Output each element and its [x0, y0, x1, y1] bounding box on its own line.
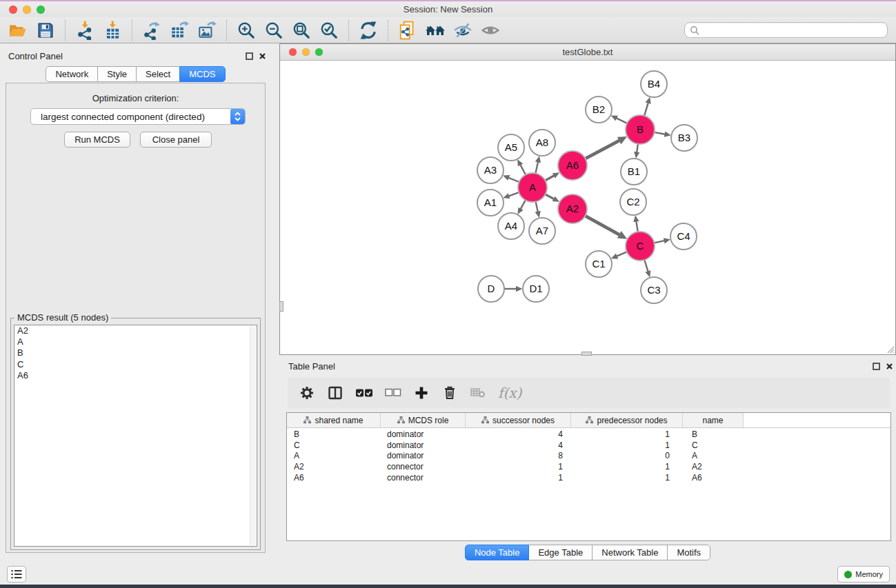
mcds-result-item[interactable]: A: [14, 336, 257, 347]
memory-button[interactable]: Memory: [837, 566, 890, 582]
mcds-result-item[interactable]: C: [14, 359, 257, 370]
new-network-from-selection-button[interactable]: [394, 19, 421, 42]
search-field[interactable]: [684, 22, 888, 38]
hide-graphics-details-button[interactable]: [449, 19, 477, 42]
mcds-result-item[interactable]: B: [14, 347, 257, 358]
toggle-panel-split-button[interactable]: [327, 385, 344, 401]
column-header-mcds-role[interactable]: MCDS role: [381, 413, 466, 427]
tab-style[interactable]: Style: [97, 66, 137, 82]
resize-grip-icon[interactable]: [886, 345, 895, 354]
graph-node-A6[interactable]: A6: [558, 151, 587, 180]
graph-node-A4[interactable]: A4: [498, 213, 524, 239]
tab-network-table[interactable]: Network Table: [592, 545, 668, 560]
table-row[interactable]: Bdominator41B: [287, 429, 890, 440]
graph-edge-C-C3[interactable]: [644, 260, 648, 272]
delete-table-button[interactable]: [470, 385, 486, 401]
tab-mcds[interactable]: MCDS: [179, 66, 225, 82]
scrollbar-track[interactable]: [250, 326, 256, 545]
graph-edge-B-B3[interactable]: [655, 132, 665, 134]
create-column-button[interactable]: [413, 385, 430, 401]
zoom-in-button[interactable]: [232, 19, 260, 42]
graph-node-A[interactable]: A: [518, 173, 547, 202]
close-panel-button[interactable]: Close panel: [140, 132, 212, 148]
graph-edge-C-C1[interactable]: [617, 252, 627, 256]
float-panel-icon[interactable]: [873, 363, 880, 370]
graph-node-B[interactable]: B: [626, 115, 655, 144]
graph-node-C1[interactable]: C1: [586, 251, 612, 277]
graph-edge-A-A5[interactable]: [520, 165, 526, 174]
float-panel-icon[interactable]: [246, 52, 253, 60]
graph-node-D1[interactable]: D1: [523, 276, 549, 302]
table-row[interactable]: A6connector11A6: [287, 473, 890, 484]
column-header-name[interactable]: name: [683, 413, 744, 427]
graph-edge-A-A2[interactable]: [546, 194, 555, 199]
graph-node-D[interactable]: D: [478, 276, 504, 302]
save-session-button[interactable]: [32, 19, 59, 42]
graph-node-C2[interactable]: C2: [620, 189, 646, 215]
zoom-fit-button[interactable]: [288, 19, 315, 42]
zoom-selected-button[interactable]: [315, 19, 343, 42]
graph-node-B3[interactable]: B3: [671, 125, 697, 151]
graph-edge-A-A7[interactable]: [536, 202, 538, 212]
mcds-result-item[interactable]: A2: [14, 325, 257, 336]
clear-all-checks-button[interactable]: [385, 387, 401, 398]
graph-node-A8[interactable]: A8: [529, 130, 555, 156]
graph-edge-C-C4[interactable]: [655, 241, 665, 243]
graph-node-C[interactable]: C: [626, 232, 655, 261]
graph-node-A3[interactable]: A3: [477, 157, 504, 183]
table-options-button[interactable]: [299, 385, 315, 401]
mcds-result-list[interactable]: A2ABCA6: [14, 325, 257, 547]
graph-edge-A-A4[interactable]: [521, 200, 526, 209]
graph-node-A5[interactable]: A5: [498, 134, 524, 161]
table-row[interactable]: A2connector11A2: [287, 462, 890, 473]
delete-columns-button[interactable]: [441, 385, 458, 401]
task-history-button[interactable]: [7, 566, 26, 582]
graph-node-A7[interactable]: A7: [529, 218, 555, 244]
graph-edge-A2-C[interactable]: [585, 216, 619, 235]
graph-edge-C-C2[interactable]: [636, 221, 637, 232]
splitter-handle-left[interactable]: [279, 301, 283, 312]
column-header-successor-nodes[interactable]: successor nodes: [466, 413, 571, 427]
graph-edge-B-B4[interactable]: [644, 103, 648, 116]
graph-edge-B-B1[interactable]: [637, 144, 638, 152]
close-panel-icon[interactable]: [886, 363, 893, 370]
table-row[interactable]: Adominator80A: [287, 451, 890, 462]
zoom-out-button[interactable]: [260, 19, 288, 42]
search-input[interactable]: [699, 23, 887, 37]
select-all-checks-button[interactable]: [355, 387, 373, 399]
export-image-button[interactable]: [193, 19, 221, 42]
show-graphics-details-button[interactable]: [477, 19, 504, 42]
optimization-criterion-select[interactable]: largest connected component (directed): [30, 108, 246, 125]
graph-edge-A-A6[interactable]: [545, 176, 554, 181]
mcds-result-item[interactable]: A6: [14, 370, 257, 381]
graph-edge-A-A1[interactable]: [509, 192, 519, 196]
export-table-button[interactable]: [166, 19, 193, 42]
column-header-predecessor-nodes[interactable]: predecessor nodes: [571, 413, 683, 427]
graph-edge-A-A3[interactable]: [508, 178, 519, 182]
close-panel-icon[interactable]: [259, 52, 266, 60]
import-table-button[interactable]: [99, 19, 126, 42]
graph-node-A2[interactable]: A2: [558, 194, 587, 223]
table-row[interactable]: Cdominator41C: [287, 440, 890, 452]
tab-motifs[interactable]: Motifs: [667, 545, 710, 560]
open-file-button[interactable]: [4, 19, 32, 42]
network-canvas[interactable]: B4B2BB3A8A5A6A3B1AA1C2A2A4A7C4CC1DD1C3: [280, 61, 895, 354]
run-mcds-button[interactable]: Run MCDS: [64, 132, 130, 148]
apply-layout-button[interactable]: [355, 19, 382, 42]
graph-edge-A6-B[interactable]: [586, 141, 619, 159]
tab-network[interactable]: Network: [46, 66, 98, 82]
first-neighbors-button[interactable]: [421, 19, 449, 42]
graph-node-C4[interactable]: C4: [670, 223, 697, 250]
graph-node-C3[interactable]: C3: [641, 277, 667, 303]
tab-node-table[interactable]: Node Table: [465, 545, 530, 560]
graph-edge-B-B2[interactable]: [617, 118, 627, 123]
graph-node-B1[interactable]: B1: [621, 159, 647, 185]
function-builder-button[interactable]: f(x): [498, 385, 521, 401]
splitter-handle-bottom[interactable]: [581, 352, 592, 356]
export-network-button[interactable]: [138, 19, 166, 42]
tab-edge-table[interactable]: Edge Table: [528, 545, 593, 560]
graph-node-A1[interactable]: A1: [477, 190, 504, 216]
graph-node-B2[interactable]: B2: [586, 97, 612, 123]
column-header-shared-name[interactable]: shared name: [287, 413, 381, 427]
import-network-button[interactable]: [71, 19, 99, 42]
